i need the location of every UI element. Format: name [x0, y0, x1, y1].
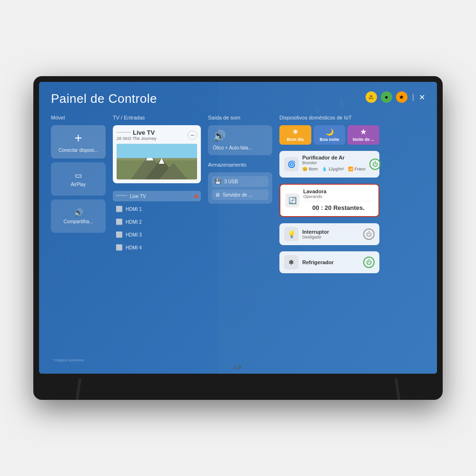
washing-timer: 00 : 20 Restantes.: [303, 201, 374, 212]
signal-icon: 📶: [348, 167, 353, 171]
movel-label: Móvel: [51, 115, 106, 120]
quality-label: Bom: [309, 167, 318, 171]
storage-usb[interactable]: 💾 3 USB: [212, 176, 268, 187]
usb-label: 3 USB: [224, 179, 238, 184]
lavadora-status: Operando: [303, 194, 374, 199]
interruptor-toggle[interactable]: ⏻: [363, 228, 375, 240]
interruptor-status: Desligado: [302, 235, 359, 239]
source-item-hdmi3[interactable]: ⬜ HDMI 3: [113, 229, 201, 240]
compartilha-label: Compartilha...: [63, 219, 93, 224]
lavadora-name: Lavadora: [303, 188, 374, 194]
pm-label: 12μg/m³: [328, 167, 344, 171]
aq-quality: 😊 Bom: [302, 167, 318, 171]
hdmi1-icon: ⬜: [116, 206, 123, 212]
livetv-icon: 〰〰: [116, 193, 127, 199]
boa-noite-button[interactable]: 🌙 Boa noite: [314, 125, 346, 145]
purificador-icon: 🌀: [284, 157, 298, 171]
source-item-livetv[interactable]: 〰〰 Live TV: [113, 191, 201, 201]
purificador-name: Purificador de Ar: [302, 155, 366, 160]
connect-device-card[interactable]: + Conectar disposi...: [51, 125, 106, 159]
lavadora-icon: 🔄: [285, 193, 299, 208]
connect-label: Conectar disposi...: [59, 148, 98, 153]
quality-icon: 😊: [302, 167, 307, 171]
sun-icon: ☀: [292, 128, 298, 136]
interruptor-icon: 💡: [284, 227, 298, 241]
tv-card-header: 〰〰〰 Live TV 28 SKD The Journey −: [117, 129, 197, 141]
pm-icon: 💧: [322, 167, 327, 171]
interruptor-name: Interruptor: [302, 229, 359, 235]
source-hdmi1-label: HDMI 1: [126, 207, 142, 212]
noite-button[interactable]: ★ Noite de ...: [347, 125, 379, 145]
column-movel: Móvel + Conectar disposi... ▭ AirPlay 🔊 …: [51, 115, 106, 359]
refrigerador-icon: ❄: [284, 255, 298, 269]
source-item-hdmi1[interactable]: ⬜ HDMI 1: [113, 204, 201, 214]
bom-dia-label: Bom dia: [287, 137, 304, 142]
airplay-card[interactable]: ▭ AirPlay: [51, 162, 106, 196]
device-purificador[interactable]: 🌀 Purificador de Ar Booster 😊 Bom 💧: [279, 151, 379, 178]
moon-icon: 🌙: [326, 128, 334, 136]
server-label: Servidor de ...: [223, 192, 252, 198]
storage-card: 💾 3 USB 🖥 Servidor de ...: [208, 172, 272, 204]
air-quality-row: 😊 Bom 💧 12μg/m³ 📶 Fraco: [302, 165, 366, 174]
audio-output-card[interactable]: 🔊 Ótico + Auto-fala...: [208, 125, 272, 155]
minimize-button[interactable]: −: [188, 130, 197, 140]
live-tv-title: Live TV: [133, 129, 155, 136]
control-panel: Painel de Controle ⚠ ● ★ | ✕ Móvel + Con…: [39, 82, 437, 374]
purificador-toggle[interactable]: ⏻: [369, 159, 381, 170]
circle-icon[interactable]: ●: [381, 91, 392, 103]
source-item-hdmi4[interactable]: ⬜ HDMI 4: [113, 242, 201, 253]
aq-pm: 💧 12μg/m³: [322, 167, 344, 171]
purificador-info: Purificador de Ar Booster 😊 Bom 💧 12μg/m…: [302, 155, 366, 174]
live-indicator: [195, 195, 198, 198]
plus-icon: +: [74, 131, 82, 145]
server-icon: 🖥: [215, 192, 220, 198]
speaker-icon: 🔊: [213, 130, 268, 142]
separator: |: [412, 93, 414, 101]
device-lavadora[interactable]: 🔄 Lavadora Operando 00 : 20 Restantes.: [279, 184, 379, 217]
airplay-label: AirPlay: [71, 182, 86, 187]
aq-signal: 📶 Fraco: [348, 167, 366, 171]
lavadora-info: Lavadora Operando 00 : 20 Restantes.: [303, 188, 374, 212]
tv-frame: Painel de Controle ⚠ ● ★ | ✕ Móvel + Con…: [33, 76, 443, 400]
bom-dia-button[interactable]: ☀ Bom dia: [279, 125, 311, 145]
usb-icon: 💾: [215, 178, 221, 185]
column-tv-entradas: TV / Entradas 〰〰〰 Live TV 28 SKD The Jou…: [113, 115, 201, 359]
purificador-model: Booster: [302, 160, 366, 165]
live-tv-channel: 28 SKD The Journey: [117, 136, 156, 141]
iot-label: Dispositivos domésticos de IoT: [279, 115, 379, 120]
tv-entradas-label: TV / Entradas: [113, 115, 201, 120]
device-interruptor[interactable]: 💡 Interruptor Desligado ⏻: [279, 223, 379, 245]
lg-logo: LG: [234, 365, 242, 370]
column-iot: Dispositivos domésticos de IoT ☀ Bom dia…: [279, 115, 379, 359]
warning-icon[interactable]: ⚠: [366, 91, 377, 103]
column-saida-som: Saída de som 🔊 Ótico + Auto-fala... Arma…: [208, 115, 272, 359]
audio-output-label: Ótico + Auto-fala...: [213, 145, 268, 150]
saida-label: Saída de som: [208, 115, 272, 120]
source-hdmi4-label: HDMI 4: [126, 245, 142, 250]
refrigerador-name: Refrigerador: [302, 259, 359, 265]
storage-server[interactable]: 🖥 Servidor de ...: [212, 189, 268, 200]
svg-rect-8: [117, 144, 197, 158]
close-icon[interactable]: ✕: [419, 93, 425, 102]
source-livetv-label: Live TV: [130, 194, 146, 199]
refrigerador-toggle[interactable]: ⏻: [363, 257, 375, 268]
compartilha-card[interactable]: 🔊 Compartilha...: [51, 199, 106, 233]
panel-columns: Móvel + Conectar disposi... ▭ AirPlay 🔊 …: [51, 115, 425, 359]
tv-source-list: 〰〰 Live TV ⬜ HDMI 1 ⬜ HDMI 2: [113, 191, 201, 253]
signal-label: Fraco: [355, 167, 366, 171]
tv-stand: [39, 374, 437, 400]
star-icon[interactable]: ★: [396, 91, 407, 103]
refrigerador-info: Refrigerador: [302, 259, 359, 265]
hdmi2-icon: ⬜: [116, 218, 123, 225]
stand-leg-right: [395, 378, 400, 400]
boa-noite-label: Boa noite: [320, 137, 339, 142]
panel-header-icons: ⚠ ● ★ | ✕: [366, 91, 425, 103]
watermark: * Imagens Ilustrativas: [52, 358, 84, 362]
device-refrigerador[interactable]: ❄ Refrigerador ⏻: [279, 251, 379, 273]
interruptor-info: Interruptor Desligado: [302, 229, 359, 239]
tv-thumbnail: [117, 144, 197, 179]
mood-buttons: ☀ Bom dia 🌙 Boa noite ★ Noite de ...: [279, 125, 379, 145]
noite-label: Noite de ...: [353, 137, 375, 142]
live-tv-card[interactable]: 〰〰〰 Live TV 28 SKD The Journey −: [113, 125, 201, 183]
source-item-hdmi2[interactable]: ⬜ HDMI 2: [113, 217, 201, 227]
